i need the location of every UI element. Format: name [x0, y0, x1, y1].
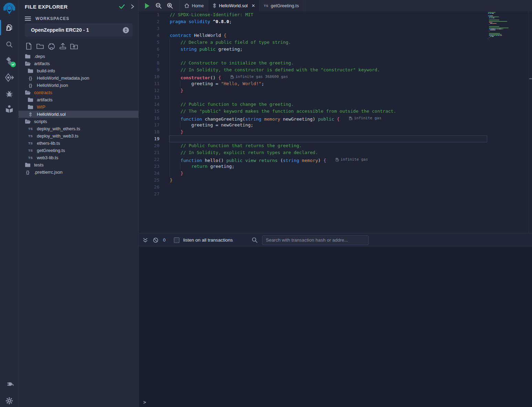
compiler-success-badge: [10, 62, 16, 67]
activity-item-file-explorer[interactable]: [0, 20, 19, 35]
line-number: 5: [139, 39, 159, 46]
search-icon: [5, 40, 13, 49]
zoom-in-button[interactable]: [164, 0, 176, 11]
tree-item-label: build-info: [37, 68, 55, 73]
new-file-button[interactable]: [25, 42, 32, 50]
upload-file-button[interactable]: [59, 42, 66, 50]
activity-item-learneth[interactable]: [0, 101, 19, 116]
upload-folder-button[interactable]: [70, 42, 78, 50]
new-folder-button[interactable]: [36, 42, 44, 50]
code-line: }: [170, 87, 396, 94]
line-number: 3: [139, 25, 159, 32]
clone-github-button[interactable]: [48, 42, 55, 50]
line-number: 17: [139, 122, 159, 129]
terminal-toolbar: 0 listen on all transactions: [139, 233, 532, 247]
solidity-file-icon: [212, 3, 217, 8]
activity-item-plugin-manager[interactable]: [0, 376, 19, 391]
chevron-double-down-icon: [143, 238, 148, 243]
gear-icon: [5, 397, 13, 405]
workspaces-menu-icon[interactable]: [25, 17, 31, 21]
folder-icon: [25, 163, 30, 167]
run-script-button[interactable]: [142, 0, 153, 11]
tree-item-wip[interactable]: WIP: [19, 103, 138, 111]
code-line: [170, 53, 396, 60]
line-number: 24: [139, 170, 159, 177]
zoom-out-icon: [155, 2, 162, 9]
folder-icon: [28, 69, 33, 73]
tree-item-label: HelloWorld_metadata.json: [37, 75, 89, 81]
typescript-file-icon: TS: [28, 127, 33, 131]
tree-item-build-info[interactable]: build-info: [19, 67, 138, 74]
remix-logo[interactable]: [0, 1, 19, 16]
line-number: 11: [139, 80, 159, 87]
code-line: [170, 94, 396, 101]
tab-label: getGreeting.ts: [271, 3, 299, 8]
tree-item-scripts[interactable]: scripts: [19, 118, 138, 125]
terminal-output[interactable]: >: [139, 247, 532, 407]
code-line: // Public function to change the greetin…: [170, 101, 396, 108]
tree-item-helloworld-json[interactable]: {}HelloWorld.json: [19, 82, 138, 89]
tree-item-deploy-with-ethers-ts[interactable]: TSdeploy_with_ethers.ts: [19, 125, 138, 132]
tree-item-helloworld-metadata-json[interactable]: {}HelloWorld_metadata.json: [19, 74, 138, 82]
activity-item-search[interactable]: [0, 37, 19, 52]
code-line: // Constructor to initialize the greetin…: [170, 60, 396, 67]
workspace-ok-check-icon[interactable]: [118, 4, 125, 9]
code-line: [170, 25, 396, 32]
activity-item-settings[interactable]: [0, 393, 19, 407]
folder-open-icon: [25, 61, 31, 66]
line-number: 16: [139, 115, 159, 122]
line-number: 27: [139, 191, 159, 197]
tree-item-helloworld-sol[interactable]: HelloWorld.sol: [19, 111, 138, 118]
zoom-out-button[interactable]: [153, 0, 164, 11]
activity-item-solidity-compiler[interactable]: [0, 53, 19, 69]
tree-item-artifacts[interactable]: artifacts: [19, 60, 138, 67]
listen-transactions-label[interactable]: listen on all transactions: [183, 237, 233, 243]
tab-getgreeting-ts[interactable]: TS getGreeting.ts: [260, 0, 303, 11]
workspaces-label: WORKSPACES: [35, 16, 69, 21]
activity-item-deploy-run[interactable]: [0, 70, 19, 85]
scrollbar-track[interactable]: [529, 11, 529, 233]
code-line: }: [170, 129, 396, 135]
tree-item--deps[interactable]: .deps: [19, 53, 138, 60]
tree-item-deploy-with-web3-ts[interactable]: TSdeploy_with_web3.ts: [19, 132, 138, 140]
line-number: 15: [139, 108, 159, 115]
tree-item-artifacts[interactable]: artifacts: [19, 96, 138, 103]
code-editor[interactable]: 1234567891011121314151617181920212223242…: [139, 11, 532, 233]
play-icon: [145, 3, 149, 9]
expand-terminal-button[interactable]: [140, 238, 150, 243]
plug-icon: [3, 378, 15, 390]
clear-console-button[interactable]: [150, 237, 161, 243]
line-number: 9: [139, 67, 159, 73]
file-explorer-panel: FILE EXPLORER WORKSPACES OpenZeppelin ER…: [19, 0, 139, 407]
ban-icon: [153, 237, 158, 243]
deploy-run-icon: [5, 73, 14, 82]
gas-pump-icon: [349, 116, 352, 120]
minimap[interactable]: [488, 12, 528, 42]
code-line: }: [170, 170, 396, 177]
close-tab-icon[interactable]: ✕: [251, 3, 255, 8]
tab-helloworld-sol[interactable]: HelloWorld.sol ✕: [208, 0, 260, 11]
terminal-search-input[interactable]: [262, 235, 369, 245]
activity-item-debugger[interactable]: [0, 86, 19, 101]
code-line: string public greeting;: [170, 46, 396, 53]
code-line: constructor() {infinite gas 368600 gas: [170, 73, 396, 80]
tree-item-label: artifacts: [34, 61, 50, 66]
code-line: // Declare a public field of type string…: [170, 39, 396, 46]
tree-item-web3-lib-ts[interactable]: TSweb3-lib.ts: [19, 154, 138, 161]
folder-icon: [28, 98, 33, 102]
tree-item-contracts[interactable]: contracts: [19, 89, 138, 96]
tree-item-label: WIP: [37, 104, 45, 110]
code-line: greeting = newGreeting;: [170, 122, 396, 129]
folder-icon: [25, 54, 30, 59]
tree-item-tests[interactable]: tests: [19, 161, 138, 169]
listen-transactions-checkbox[interactable]: [174, 237, 179, 243]
tab-home[interactable]: Home: [180, 0, 208, 11]
workspace-select[interactable]: OpenZeppelin ERC20 - 1: [25, 23, 133, 37]
tree-item-ethers-lib-ts[interactable]: TSethers-lib.ts: [19, 140, 138, 147]
folder-open-icon: [25, 119, 31, 124]
chevron-right-icon[interactable]: [131, 4, 134, 9]
line-number-gutter: 1234567891011121314151617181920212223242…: [139, 11, 159, 197]
tree-item--prettierrc-json[interactable]: {}.prettierrc.json: [19, 169, 138, 176]
workspace-selected-value: OpenZeppelin ERC20 - 1: [31, 27, 123, 33]
tree-item-getgreeting-ts[interactable]: TSgetGreeting.ts: [19, 147, 138, 154]
